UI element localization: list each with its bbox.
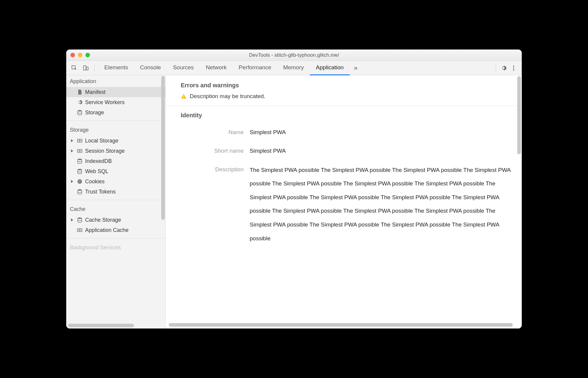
- gear-icon: [77, 99, 83, 105]
- svg-point-13: [79, 182, 80, 182]
- sidebar-item-session-storage[interactable]: Session Storage: [66, 146, 165, 156]
- svg-rect-1: [86, 67, 88, 70]
- warning-text: Description may be truncated.: [190, 93, 265, 100]
- sidebar-item-manifest[interactable]: Manifest: [66, 87, 165, 97]
- svg-point-12: [80, 181, 81, 181]
- identity-name-value: Simplest PWA: [250, 126, 515, 139]
- svg-point-14: [80, 182, 81, 182]
- svg-point-15: [78, 189, 82, 191]
- sidebar-item-websql[interactable]: Web SQL: [66, 166, 165, 176]
- svg-rect-0: [84, 65, 86, 70]
- application-sidebar[interactable]: Application Manifest Service Workers Sto…: [66, 75, 166, 328]
- manifest-panel: Errors and warnings Description may be t…: [166, 75, 522, 328]
- sidebar-section-storage: Storage: [66, 124, 165, 136]
- warning-icon: [181, 93, 187, 99]
- warning-row: Description may be truncated.: [166, 93, 522, 104]
- svg-point-3: [513, 68, 514, 69]
- identity-description-row: Description The Simplest PWA possible Th…: [166, 160, 515, 248]
- toolbar-separator: [496, 64, 496, 72]
- svg-point-9: [78, 169, 82, 170]
- more-options-icon[interactable]: [509, 63, 519, 73]
- sidebar-item-label: Storage: [85, 110, 104, 116]
- sidebar-item-application-cache[interactable]: Application Cache: [66, 225, 165, 235]
- identity-shortname-value: Simplest PWA: [250, 145, 515, 157]
- sidebar-item-indexeddb[interactable]: IndexedDB: [66, 156, 165, 166]
- database-icon: [77, 168, 83, 174]
- sidebar-divider: [66, 200, 165, 200]
- close-window-button[interactable]: [70, 53, 75, 57]
- svg-point-16: [78, 218, 82, 219]
- inspect-element-icon[interactable]: [69, 63, 79, 73]
- tab-console[interactable]: Console: [134, 61, 167, 75]
- sidebar-item-service-workers[interactable]: Service Workers: [66, 97, 165, 107]
- traffic-lights: [70, 53, 90, 57]
- device-toggle-icon[interactable]: [81, 63, 91, 73]
- grid-icon: [77, 227, 83, 233]
- svg-point-5: [78, 110, 82, 112]
- sidebar-item-label: Local Storage: [85, 138, 118, 144]
- database-icon: [77, 217, 83, 223]
- sidebar-item-label: Trust Tokens: [85, 189, 116, 195]
- section-divider: [166, 106, 522, 106]
- sidebar-item-label: Manifest: [85, 89, 105, 95]
- tab-elements[interactable]: Elements: [98, 61, 134, 75]
- identity-table: Name Simplest PWA Short name Simplest PW…: [166, 123, 522, 248]
- sidebar-item-cookies[interactable]: Cookies: [66, 176, 165, 187]
- identity-description-label: Description: [166, 163, 250, 245]
- sidebar-section-cache: Cache: [66, 203, 165, 215]
- svg-point-8: [78, 159, 82, 160]
- svg-point-2: [513, 65, 514, 67]
- window-title: DevTools - stitch-glib-typhoon.glitch.me…: [66, 52, 522, 58]
- sidebar-item-label: Cookies: [85, 178, 105, 185]
- sidebar-item-label: Web SQL: [85, 168, 108, 175]
- settings-icon[interactable]: [498, 63, 509, 73]
- identity-name-label: Name: [166, 126, 250, 139]
- titlebar: DevTools - stitch-glib-typhoon.glitch.me…: [66, 50, 522, 61]
- identity-name-row: Name Simplest PWA: [166, 123, 515, 142]
- tab-performance[interactable]: Performance: [233, 61, 277, 75]
- sidebar-item-label: Cache Storage: [85, 217, 121, 223]
- sidebar-item-local-storage[interactable]: Local Storage: [66, 136, 165, 146]
- svg-point-4: [513, 69, 514, 70]
- main-vscrollbar[interactable]: [517, 76, 521, 154]
- minimize-window-button[interactable]: [78, 53, 82, 57]
- panel-tabs: Elements Console Sources Network Perform…: [98, 61, 350, 75]
- panel-body: Application Manifest Service Workers Sto…: [66, 75, 522, 328]
- sidebar-item-trust-tokens[interactable]: Trust Tokens: [66, 187, 165, 197]
- devtools-window: DevTools - stitch-glib-typhoon.glitch.me…: [66, 50, 522, 328]
- toolbar-separator: [94, 64, 95, 72]
- identity-shortname-label: Short name: [166, 145, 250, 157]
- sidebar-item-label: Application Cache: [85, 227, 129, 233]
- tab-memory[interactable]: Memory: [277, 61, 310, 75]
- sidebar-section-application: Application: [66, 75, 165, 87]
- grid-icon: [77, 138, 83, 144]
- database-icon: [77, 189, 83, 195]
- sidebar-divider: [66, 238, 165, 238]
- errors-warnings-heading: Errors and warnings: [166, 81, 522, 93]
- sidebar-vscrollbar[interactable]: [161, 76, 165, 220]
- sidebar-item-storage[interactable]: Storage: [66, 107, 165, 118]
- toolbar: Elements Console Sources Network Perform…: [66, 61, 522, 75]
- sidebar-item-label: Session Storage: [85, 148, 125, 154]
- tab-network[interactable]: Network: [200, 61, 233, 75]
- tabs-overflow-icon[interactable]: »: [351, 64, 359, 72]
- identity-description-value: The Simplest PWA possible The Simplest P…: [250, 163, 515, 245]
- sidebar-divider: [66, 121, 165, 121]
- grid-icon: [77, 148, 83, 154]
- identity-shortname-row: Short name Simplest PWA: [166, 142, 515, 160]
- svg-point-10: [78, 179, 82, 184]
- main-hscrollbar[interactable]: [169, 323, 513, 327]
- sidebar-item-label: IndexedDB: [85, 158, 112, 164]
- zoom-window-button[interactable]: [85, 53, 90, 57]
- tab-sources[interactable]: Sources: [167, 61, 200, 75]
- sidebar-item-label: Service Workers: [85, 99, 125, 106]
- database-icon: [77, 110, 83, 116]
- sidebar-hscrollbar[interactable]: [68, 324, 134, 327]
- identity-heading: Identity: [166, 111, 522, 123]
- sidebar-section-background-services: Background Services: [66, 242, 165, 253]
- svg-point-11: [79, 181, 79, 181]
- sidebar-item-cache-storage[interactable]: Cache Storage: [66, 215, 165, 225]
- tab-application[interactable]: Application: [310, 61, 350, 75]
- database-icon: [77, 158, 83, 164]
- cookie-icon: [77, 178, 83, 184]
